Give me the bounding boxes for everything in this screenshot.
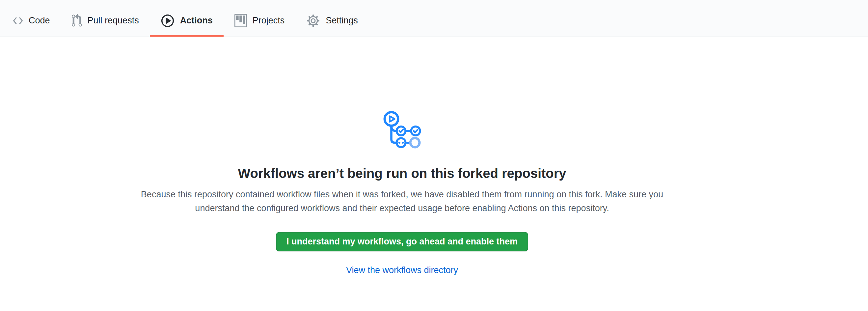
tab-actions[interactable]: Actions	[150, 0, 224, 37]
repo-tab-nav: Code Pull requests Actions Projects	[0, 0, 868, 37]
workflows-directory-link-row: View the workflows directory	[346, 265, 458, 275]
tab-label: Pull requests	[88, 16, 139, 25]
gear-icon	[306, 14, 320, 28]
tab-label: Actions	[180, 16, 213, 25]
play-circle-icon	[161, 14, 175, 28]
tab-label: Projects	[253, 16, 285, 25]
tab-label: Code	[29, 16, 50, 25]
tab-settings[interactable]: Settings	[296, 0, 369, 37]
blankslate-heading: Workflows aren’t being run on this forke…	[238, 165, 566, 182]
view-workflows-directory-link[interactable]: View the workflows directory	[346, 265, 458, 275]
tab-code[interactable]: Code	[2, 0, 61, 37]
tab-pull-requests[interactable]: Pull requests	[61, 0, 150, 37]
tab-projects[interactable]: Projects	[224, 0, 296, 37]
blankslate-description: Because this repository contained workfl…	[129, 187, 675, 215]
project-board-icon	[235, 14, 247, 27]
workflow-graph-icon	[383, 111, 421, 149]
enable-workflows-button[interactable]: I understand my workflows, go ahead and …	[276, 232, 528, 251]
tab-label: Settings	[326, 16, 358, 25]
actions-blankslate: Workflows aren’t being run on this forke…	[0, 37, 804, 275]
git-pull-request-icon	[72, 14, 82, 27]
code-icon	[13, 17, 23, 25]
